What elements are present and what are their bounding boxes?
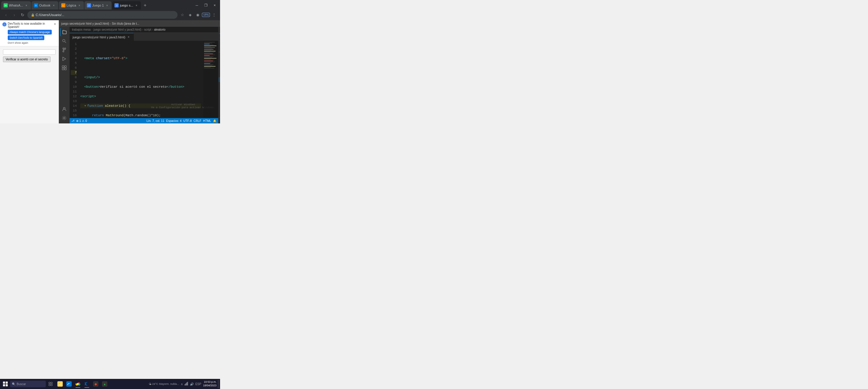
translate-title: DevTools is now available in Spanish! (8, 22, 52, 29)
svg-rect-6 (62, 66, 64, 67)
verify-button[interactable]: Verificar si acertó con el secreto (3, 57, 51, 62)
issues-indicator: 1 Issue: ▮ 1 (219, 52, 220, 57)
code-line-2: <meta charset="UTF-8"> (80, 56, 201, 61)
statusbar-encoding[interactable]: UTF-8 (183, 119, 191, 122)
svg-point-0 (63, 39, 65, 42)
statusbar-spaces[interactable]: Espacios: 4 (166, 119, 182, 122)
code-editor[interactable]: 12345 678910 1112131415 1617181920 21222… (70, 41, 204, 118)
bottom-console-tab[interactable]: Console (220, 117, 220, 124)
tab-label-outlook: Outlook (39, 4, 51, 7)
svg-point-11 (64, 117, 65, 119)
translate-content: DevTools is now available in Spanish! Al… (8, 22, 52, 44)
dont-show-button[interactable]: Don't show again (8, 41, 28, 44)
breadcrumb-aleatorio: aleatorio (154, 28, 165, 31)
statusbar-bell-icon: 🔔 (213, 119, 216, 122)
statusbar-left: ⎇ ⊗ 1 ⚠ 0 (71, 119, 87, 122)
tab-juego2[interactable]: J juego s... × (112, 1, 141, 9)
tab-label-juego1: Juego 1 (92, 4, 104, 7)
live-expr-2-close[interactable]: × (220, 47, 220, 50)
minimize-button[interactable]: ─ (193, 2, 201, 8)
tab-close-outlook[interactable]: × (52, 3, 56, 7)
live-expr-1-close[interactable]: × (220, 42, 220, 46)
tab-bar: W WhatsA... × O Outlook × L Lógica × J J… (0, 0, 220, 9)
tab-favicon-juego1: J (87, 3, 91, 7)
sidebar-account-icon[interactable] (60, 105, 68, 113)
sidebar-explorer-icon[interactable] (60, 28, 68, 36)
tab-logica[interactable]: L Lógica × (59, 1, 84, 9)
statusbar-right: Lín. 7, col. 11 Espacios: 4 UTF-8 CRLF H… (147, 119, 216, 122)
breadcrumb-trabajos[interactable]: trabajos mesa (72, 28, 91, 31)
address-bar: ‹ › ↻ 🔒 C:/Users/Usuario/... ☆ ◈ ◉ VPN ⋮ (0, 9, 220, 20)
webpage-area: i DevTools is now available in Spanish! … (0, 20, 59, 123)
tab-close-whatsapp[interactable]: × (24, 3, 29, 7)
svg-line-1 (65, 42, 66, 43)
code-line-8: return Mathround(Math.random()*10); (80, 113, 201, 118)
svg-marker-5 (63, 57, 66, 61)
code-line-1 (80, 47, 201, 51)
editor-tab-label: juego secreto(unir html y java3.html) (72, 35, 125, 39)
msg-no-user-messages[interactable]: No user me... (219, 62, 220, 67)
svg-rect-7 (65, 66, 66, 67)
editor-tab-juego[interactable]: juego secreto(unir html y java3.html) × (70, 33, 134, 41)
console-toolbar: 🚫 ◯ 👁 Default levels ▾ (219, 34, 220, 41)
sidebar-git-icon[interactable] (60, 46, 68, 54)
statusbar-line-col[interactable]: Lín. 7, col. 11 (147, 119, 164, 122)
menu-icon[interactable]: ⋮ (211, 11, 218, 19)
translate-close-icon[interactable]: × (53, 22, 57, 26)
msg-no-info[interactable]: No info (219, 77, 220, 82)
browser-toolbar-icons: ☆ ◈ ◉ VPN ⋮ (179, 11, 218, 19)
console-tabs: Console ▮ 1 Issues ⚙ × (219, 27, 220, 34)
vscode-statusbar: ⎇ ⊗ 1 ⚠ 0 Lín. 7, col. 11 Espacios: 4 UT… (70, 118, 218, 123)
sidebar-extensions-icon[interactable] (60, 64, 68, 72)
sidebar-search-icon[interactable] (60, 37, 68, 45)
editor-tab-close[interactable]: × (126, 35, 130, 39)
new-tab-button[interactable]: + (142, 2, 149, 9)
profile-icon[interactable]: ◉ (194, 11, 201, 19)
live-expr-1: × Expression not available (220, 42, 220, 47)
tab-outlook[interactable]: O Outlook × (32, 1, 58, 9)
msg-no-verbose[interactable]: No verbose (219, 82, 220, 87)
vpn-icon[interactable]: VPN (202, 13, 210, 17)
msg-no-errors[interactable]: No errors (219, 67, 220, 72)
secret-input[interactable] (3, 49, 56, 55)
console-tab-console[interactable]: Console ▮ 1 (220, 27, 220, 34)
statusbar-errors[interactable]: ⊗ 1 ⚠ 0 (76, 119, 87, 122)
live-expr-2: × Expression not available (220, 47, 220, 51)
browser-content: i DevTools is now available in Spanish! … (0, 20, 220, 123)
restore-button[interactable]: ❐ (202, 2, 210, 8)
code-content[interactable]: <meta charset="UTF-8"> <input/> <button>… (78, 41, 204, 118)
msg-no-warnings[interactable]: No warnings (219, 72, 220, 77)
extension-icon[interactable]: ◈ (186, 11, 194, 19)
breadcrumb: trabajos mesa › juego secreto(unir html … (70, 27, 218, 33)
address-text: C:/Users/Usuario/... (36, 13, 174, 17)
sidebar-settings-icon[interactable] (60, 114, 68, 122)
breadcrumb-script[interactable]: script (144, 28, 151, 31)
back-button[interactable]: ‹ (2, 11, 9, 19)
tab-close-logica[interactable]: × (77, 3, 82, 7)
sidebar-debug-icon[interactable] (60, 55, 68, 63)
bookmark-icon[interactable]: ☆ (179, 11, 186, 19)
always-match-button[interactable]: Always match Chrome's language (8, 30, 52, 34)
devtools-titlebar: juego secreto(unir html y java3.html) - … (59, 20, 220, 27)
vscode-sidebar (59, 27, 70, 123)
devtools-title-text: juego secreto(unir html y java3.html) - … (61, 22, 139, 25)
switch-devtools-button[interactable]: Switch DevTools to Spanish (8, 35, 44, 40)
window-controls: ─ ❐ × (193, 2, 219, 8)
reload-button[interactable]: ↻ (19, 11, 26, 19)
statusbar-line-ending[interactable]: CRLF (194, 119, 201, 122)
tab-close-juego2[interactable]: × (134, 3, 138, 7)
statusbar-language[interactable]: HTML (203, 119, 211, 122)
console-clear-icon[interactable]: 🚫 (220, 34, 220, 41)
close-button[interactable]: × (211, 2, 219, 8)
tab-whatsapp[interactable]: W WhatsA... × (1, 1, 31, 9)
address-input[interactable]: 🔒 C:/Users/Usuario/... (27, 11, 178, 19)
tab-juego1[interactable]: J Juego 1 × (85, 1, 112, 9)
devtools-area: juego secreto(unir html y java3.html) - … (59, 20, 220, 123)
tab-close-juego1[interactable]: × (105, 3, 109, 7)
breadcrumb-file[interactable]: juego secreto(unir html y java3.html) (93, 28, 141, 31)
tab-label-logica: Lógica (67, 4, 76, 7)
forward-button[interactable]: › (11, 11, 18, 19)
devtools-console-panel: Console ▮ 1 Issues ⚙ × 🚫 (218, 27, 220, 123)
tab-favicon-juego2: J (115, 3, 119, 7)
msg-no-messages[interactable]: No messages (219, 57, 220, 62)
